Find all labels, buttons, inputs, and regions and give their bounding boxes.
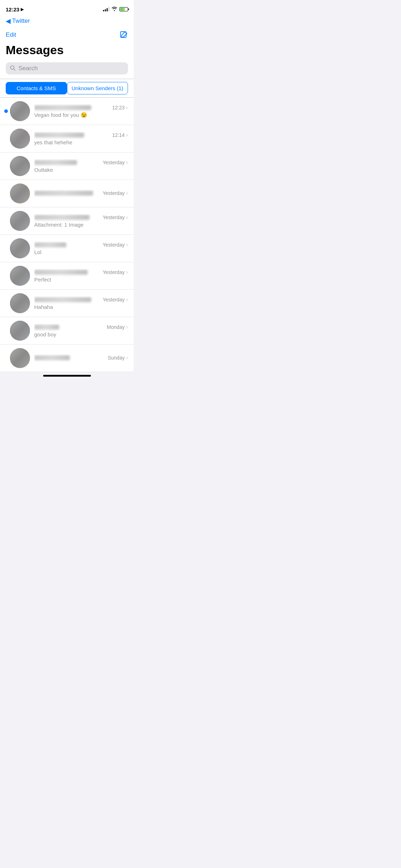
chevron-icon: ›	[126, 190, 128, 196]
sender-name	[34, 133, 84, 138]
avatar	[10, 129, 30, 149]
tab-contacts-sms[interactable]: Contacts & SMS	[6, 82, 67, 94]
list-item[interactable]: Monday › good boy	[0, 317, 134, 345]
avatar	[10, 156, 30, 176]
sender-name	[34, 355, 70, 360]
message-preview: Lol	[34, 249, 128, 255]
message-time: Yesterday ›	[103, 296, 128, 303]
home-bar	[43, 375, 91, 377]
filter-tabs: Contacts & SMS Unknown Senders (1)	[0, 79, 134, 98]
avatar	[10, 321, 30, 341]
page-title: Messages	[6, 43, 128, 57]
message-preview: Outtake	[34, 167, 128, 173]
avatar	[10, 238, 30, 258]
battery-icon: ⚡	[119, 7, 128, 11]
avatar	[10, 266, 30, 286]
list-item[interactable]: Yesterday ›	[0, 180, 134, 207]
message-preview: Hahaha	[34, 304, 128, 310]
twitter-back-bar[interactable]: ◀ Twitter	[0, 16, 134, 28]
chevron-icon: ›	[126, 355, 128, 361]
sender-name	[34, 270, 88, 275]
avatar	[10, 211, 30, 231]
message-preview: Attachment: 1 Image	[34, 222, 128, 228]
message-header: Sunday ›	[34, 355, 128, 361]
sender-name	[34, 105, 91, 110]
sender-name	[34, 191, 93, 196]
status-time: 12:23	[6, 6, 19, 12]
chevron-icon: ›	[126, 132, 128, 138]
chevron-icon: ›	[126, 324, 128, 330]
message-preview: Perfect	[34, 277, 128, 283]
svg-line-2	[14, 69, 15, 70]
wifi-icon	[112, 7, 117, 12]
message-header: Yesterday ›	[34, 242, 128, 248]
signal-bar-2	[105, 9, 106, 11]
list-item[interactable]: Yesterday › Hahaha	[0, 290, 134, 317]
message-content: Sunday ›	[34, 355, 128, 362]
signal-bar-4	[108, 7, 109, 11]
tab-unknown-senders[interactable]: Unknown Senders (1)	[67, 82, 128, 94]
unread-dot	[4, 109, 8, 113]
message-header: Yesterday ›	[34, 269, 128, 275]
message-time: Yesterday ›	[103, 214, 128, 221]
message-time: Sunday ›	[108, 355, 128, 361]
message-content: Yesterday › Perfect	[34, 269, 128, 283]
avatar	[10, 348, 30, 368]
message-content: Yesterday › Attachment: 1 Image	[34, 214, 128, 228]
search-icon	[10, 65, 16, 72]
message-preview: good boy	[34, 331, 128, 337]
list-item[interactable]: Yesterday › Perfect	[0, 262, 134, 290]
message-time: Yesterday ›	[103, 269, 128, 275]
edit-button[interactable]: Edit	[6, 31, 16, 38]
location-icon: ▶	[21, 7, 24, 12]
chevron-icon: ›	[126, 159, 128, 166]
message-time: Yesterday ›	[103, 159, 128, 166]
message-time: Yesterday ›	[103, 190, 128, 196]
message-header: Yesterday ›	[34, 296, 128, 303]
search-bar[interactable]: Search	[6, 62, 128, 74]
chevron-icon: ›	[126, 104, 128, 111]
list-item[interactable]: Yesterday › Lol	[0, 235, 134, 262]
signal-bar-3	[107, 8, 108, 11]
chevron-icon: ›	[126, 242, 128, 248]
message-preview: Vegan food for you 😉	[34, 112, 128, 118]
message-time: 12:23 ›	[112, 104, 128, 111]
home-indicator	[0, 372, 134, 379]
list-item[interactable]: 12:14 › yes that hehehe	[0, 125, 134, 153]
status-icons: ⚡	[103, 7, 128, 12]
sender-name	[34, 242, 66, 247]
message-preview: yes that hehehe	[34, 139, 128, 145]
message-content: Yesterday ›	[34, 190, 128, 197]
message-content: 12:23 › Vegan food for you 😉	[34, 104, 128, 118]
compose-icon	[119, 31, 128, 39]
list-item[interactable]: Yesterday › Outtake	[0, 153, 134, 180]
message-content: 12:14 › yes that hehehe	[34, 132, 128, 145]
list-item[interactable]: 12:23 › Vegan food for you 😉	[0, 98, 134, 125]
message-header: Yesterday ›	[34, 190, 128, 196]
avatar	[10, 101, 30, 121]
sender-name	[34, 325, 59, 330]
twitter-back-label: Twitter	[12, 17, 30, 25]
message-header: Yesterday ›	[34, 214, 128, 221]
message-time: 12:14 ›	[112, 132, 128, 138]
signal-bars	[103, 7, 109, 11]
chevron-icon: ›	[126, 296, 128, 303]
message-header: Monday ›	[34, 324, 128, 330]
message-time: Monday ›	[107, 324, 128, 330]
sender-name	[34, 160, 77, 165]
message-content: Yesterday › Outtake	[34, 159, 128, 173]
avatar	[10, 293, 30, 313]
message-content: Yesterday › Hahaha	[34, 296, 128, 310]
chevron-icon: ›	[126, 269, 128, 275]
message-list: 12:23 › Vegan food for you 😉 12:14 › yes…	[0, 98, 134, 372]
sender-name	[34, 215, 89, 220]
nav-bar: Edit	[0, 28, 134, 43]
list-item[interactable]: Sunday ›	[0, 345, 134, 372]
search-section: Search	[0, 60, 134, 79]
message-content: Yesterday › Lol	[34, 242, 128, 255]
list-item[interactable]: Yesterday › Attachment: 1 Image	[0, 207, 134, 235]
message-time: Yesterday ›	[103, 242, 128, 248]
compose-button[interactable]	[119, 31, 128, 39]
message-header: 12:14 ›	[34, 132, 128, 138]
chevron-icon: ›	[126, 214, 128, 221]
